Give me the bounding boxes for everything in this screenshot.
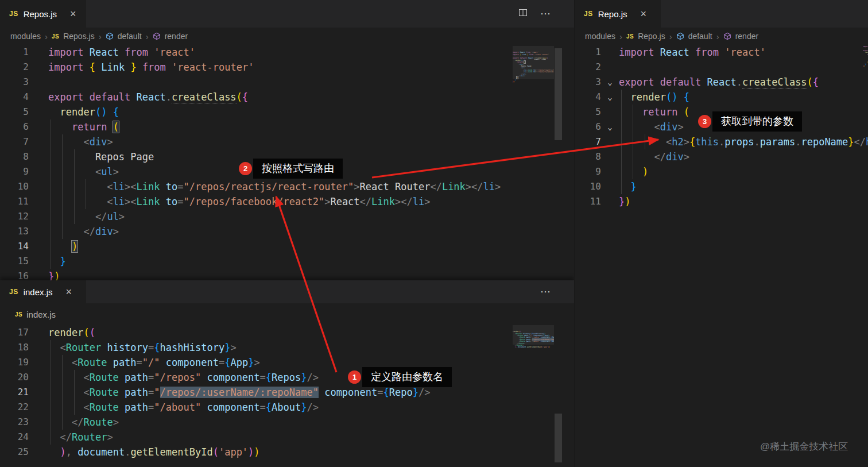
breadcrumb[interactable]: modules › JS Repo.js › default › render	[575, 28, 868, 45]
close-icon[interactable]: ×	[70, 9, 76, 19]
gutter-spacer	[29, 119, 48, 134]
code-line[interactable]: 12 </ul>	[0, 209, 574, 224]
js-file-icon: JS	[626, 33, 634, 40]
breadcrumb-item-default[interactable]: default	[118, 32, 142, 41]
code-line[interactable]: 7 <div>	[0, 134, 574, 149]
breadcrumb-item-file[interactable]: Repo.js	[638, 32, 665, 41]
code-line[interactable]: 4export default React.createClass({	[0, 90, 574, 105]
tab-repos-js[interactable]: JS Repos.js ×	[0, 0, 86, 28]
code-text: )	[48, 239, 574, 254]
fold-chevron-icon[interactable]: ⌄	[601, 75, 619, 90]
code-line[interactable]: 22 <Route path="/about" component={About…	[0, 400, 574, 415]
breadcrumb-item-render[interactable]: render	[165, 32, 188, 41]
line-number: 5	[0, 105, 29, 119]
editor-actions: ⋯	[518, 0, 574, 28]
gutter-spacer	[29, 340, 48, 355]
indent-guide	[51, 340, 51, 445]
code-line[interactable]: 23 </Route>	[0, 415, 574, 430]
gutter-spacer	[29, 179, 48, 194]
code-line[interactable]: 20 <Route path="/repos" component={Repos…	[0, 370, 574, 385]
code-line[interactable]: 18 <Router history={hashHistory}>	[0, 340, 574, 355]
gutter-spacer	[601, 105, 619, 119]
line-number: 9	[575, 164, 601, 179]
code-text	[48, 75, 574, 90]
more-actions-icon[interactable]: ⋯	[540, 285, 551, 298]
code-text: <li><Link to="/repos/facebook/react2">Re…	[48, 194, 574, 209]
scrollbar-thumb[interactable]	[555, 414, 562, 462]
code-line[interactable]: 1import React from 'react'	[575, 45, 868, 60]
breadcrumb-item-modules[interactable]: modules	[10, 32, 41, 41]
code-text: <Route path="/" component={App}>	[48, 355, 574, 370]
code-line[interactable]: 14 )	[0, 239, 574, 254]
code-editor-index[interactable]: 17render((18 <Router history={hashHistor…	[0, 325, 574, 467]
gutter-spacer	[601, 134, 619, 149]
gutter-spacer	[29, 194, 48, 209]
minimap[interactable]: import React from 'react'export default …	[863, 46, 868, 69]
code-line[interactable]: 9 )	[575, 164, 868, 179]
minimap[interactable]: import React from 'react'import { Link }…	[513, 46, 554, 86]
symbol-method-icon	[153, 32, 161, 40]
code-line[interactable]: 11 <li><Link to="/repos/facebook/react2"…	[0, 194, 574, 209]
code-line[interactable]: 16})	[0, 269, 574, 280]
line-number: 4	[0, 90, 29, 105]
code-line[interactable]: 17render((	[0, 325, 574, 340]
breadcrumb[interactable]: modules › JS Repos.js › default › render	[0, 28, 574, 45]
code-line[interactable]: 5 render() {	[0, 105, 574, 119]
breadcrumb-item-modules[interactable]: modules	[585, 32, 615, 41]
code-text: render() {	[619, 90, 868, 105]
line-number: 13	[0, 224, 29, 239]
code-text: render((	[48, 325, 574, 340]
indent-guide	[51, 119, 51, 269]
chevron-right-icon: ›	[45, 32, 48, 41]
breadcrumb-item-file[interactable]: index.js	[26, 310, 56, 319]
code-text: </Route>	[48, 415, 574, 430]
code-line[interactable]: 6 return (	[0, 119, 574, 134]
minimap-slider[interactable]	[513, 325, 554, 345]
gutter-spacer	[29, 254, 48, 269]
tab-repo-js[interactable]: JS Repo.js ×	[575, 0, 661, 28]
minimap-slider[interactable]	[513, 46, 554, 79]
fold-chevron-icon[interactable]: ⌄	[601, 90, 619, 105]
code-editor-repo[interactable]: 1import React from 'react'23⌄export defa…	[575, 45, 868, 467]
line-number: 11	[0, 194, 29, 209]
code-line[interactable]: 11})	[575, 194, 868, 209]
gutter-spacer	[29, 325, 48, 340]
scrollbar-thumb[interactable]	[555, 48, 562, 140]
code-line[interactable]: 19 <Route path="/" component={App}>	[0, 355, 574, 370]
more-actions-icon[interactable]: ⋯	[540, 7, 551, 20]
close-icon[interactable]: ×	[641, 9, 647, 19]
indent-guide	[62, 134, 63, 239]
tab-index-js[interactable]: JS index.js ×	[0, 280, 86, 303]
fold-chevron-icon[interactable]: ⌄	[601, 119, 619, 134]
breadcrumb[interactable]: JS index.js	[0, 303, 574, 325]
code-line[interactable]: 2import { Link } from 'react-router'	[0, 60, 574, 75]
code-line[interactable]: 10 <li><Link to="/repos/reactjs/react-ro…	[0, 179, 574, 194]
close-icon[interactable]: ×	[66, 287, 72, 297]
code-line[interactable]: 24 </Router>	[0, 430, 574, 445]
code-line[interactable]: 7 <h2>{this.props.params.repoName}</h2>	[575, 134, 868, 149]
code-line[interactable]: 4⌄ render() {	[575, 90, 868, 105]
code-line[interactable]: 8 </div>	[575, 149, 868, 164]
breadcrumb-item-render[interactable]: render	[735, 32, 758, 41]
line-number: 14	[0, 239, 29, 254]
breadcrumb-item-default[interactable]: default	[688, 32, 712, 41]
code-line[interactable]: 21 <Route path="/repos/:userName/:repoNa…	[0, 385, 574, 400]
code-line[interactable]: 2	[575, 60, 868, 75]
code-line[interactable]: 3⌄export default React.createClass({	[575, 75, 868, 90]
code-text: <div>	[48, 134, 574, 149]
line-number: 6	[0, 119, 29, 134]
code-line[interactable]: 15 }	[0, 254, 574, 269]
code-line[interactable]: 25 ), document.getElementById('app'))	[0, 445, 574, 460]
gutter-spacer	[29, 209, 48, 224]
minimap[interactable]: render(( <Router history={hashHistory}> …	[513, 325, 554, 350]
code-line[interactable]: 10 }	[575, 179, 868, 194]
code-line[interactable]: 13 </div>	[0, 224, 574, 239]
breadcrumb-item-file[interactable]: Repos.js	[63, 32, 94, 41]
code-line[interactable]: 1import React from 'react'	[0, 45, 574, 60]
code-text: <Route path="/about" component={About}/>	[48, 400, 574, 415]
line-number: 11	[575, 194, 601, 209]
tab-bar: JS Repos.js × ⋯	[0, 0, 574, 28]
code-text	[619, 60, 868, 75]
split-editor-icon[interactable]	[518, 8, 528, 20]
code-line[interactable]: 3	[0, 75, 574, 90]
